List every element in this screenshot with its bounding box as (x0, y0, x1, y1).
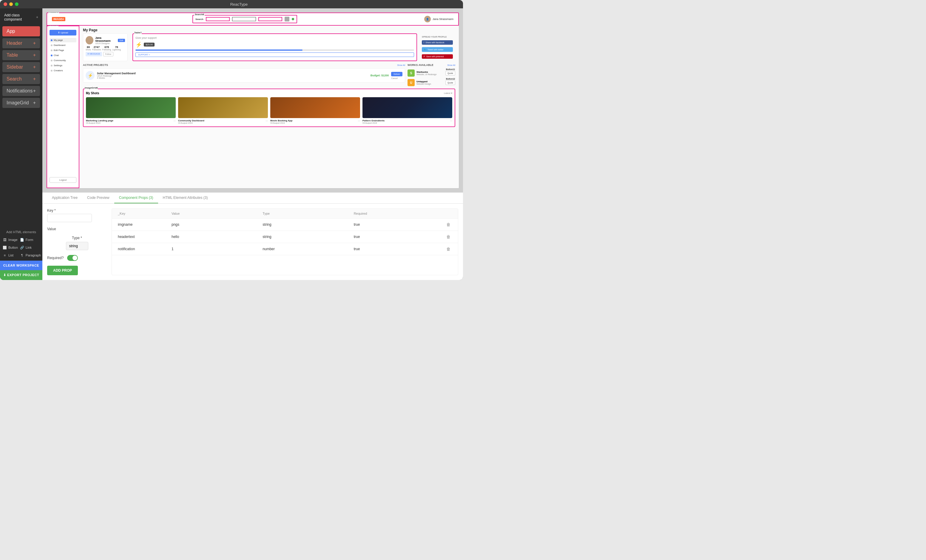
projects-show-all[interactable]: Show All (397, 64, 405, 66)
search-input-dark[interactable] (232, 17, 256, 21)
export-project-button[interactable]: ⬇ EXPORT PROJECT (0, 270, 42, 280)
deliver-button[interactable]: Deliver (391, 72, 402, 76)
sidebar-component-label: Sidebar5 (48, 26, 59, 27)
table-row: imgname pngs string true 🗑 (112, 219, 458, 231)
required-toggle[interactable] (67, 255, 78, 261)
header-actions (442, 209, 454, 218)
close-button[interactable] (4, 2, 7, 6)
add-sidebar-button[interactable]: + (33, 64, 36, 70)
tab-code-preview[interactable]: Code Preview (82, 193, 114, 203)
component-item-header[interactable]: Header + (2, 38, 40, 48)
cell-key-3: notification (115, 243, 169, 255)
twitter-button[interactable]: 🐦 Tweet with twitter (422, 47, 453, 52)
shots-sort[interactable]: Latest ▾ (444, 92, 452, 95)
nav-dot-icon (51, 70, 53, 72)
component-item-app[interactable]: App (2, 26, 40, 36)
shot-menu-2[interactable]: ··· (265, 119, 268, 124)
pinterest-button[interactable]: P Save with pinterest (422, 54, 453, 59)
main-layout: Add class component + App Header + Table… (0, 8, 463, 280)
sidebar-header-title: Add class component (4, 13, 36, 21)
shot-menu-1[interactable]: ··· (173, 119, 176, 124)
cancel-button[interactable]: Cancel (391, 77, 402, 79)
profile-details: Jana Strassmann UI/UX Designer (95, 36, 116, 44)
nav-dot-icon (51, 54, 53, 56)
minimize-button[interactable] (9, 2, 13, 6)
nav-item-editpage[interactable]: Edit Page (50, 48, 76, 53)
add-imagegrid-button[interactable]: + (33, 100, 36, 106)
support-button[interactable]: SUPPORT > (135, 53, 414, 57)
component-item-search[interactable]: Search + (2, 74, 40, 84)
search-input-pink2[interactable] (258, 17, 282, 21)
nav-item-settings[interactable]: Settings (50, 63, 76, 68)
paragraph-icon: ¶ (20, 253, 24, 258)
add-header-button[interactable]: + (33, 41, 36, 46)
maximize-button[interactable] (15, 2, 18, 6)
tab-application-tree[interactable]: Application Tree (47, 193, 82, 203)
follow-button[interactable]: Follow (103, 52, 113, 56)
nav-item-creators[interactable]: Creators (50, 68, 76, 73)
works-title: WORKS AVAILABLE (407, 63, 433, 66)
cell-value-2: hello (169, 231, 260, 242)
search-input-pink[interactable] (206, 17, 230, 21)
add-notifications-button[interactable]: + (33, 88, 36, 94)
html-element-form[interactable]: 📄 Form (20, 237, 41, 243)
delete-row-1[interactable]: 🗑 (442, 219, 454, 231)
html-element-list[interactable]: ≡ List (2, 252, 18, 258)
nav-label-settings: Settings (54, 64, 62, 67)
html-element-button[interactable]: ⬜ Button (2, 245, 18, 251)
component-item-notifications[interactable]: Notifications + (2, 86, 40, 96)
nav-item-mypage[interactable]: My page (50, 38, 76, 42)
key-input[interactable] (47, 214, 92, 222)
form-icon: 📄 (20, 237, 24, 242)
works-section: WORKS AVAILABLE Show All S Starbucks (407, 63, 455, 88)
upload-button[interactable]: ⬆ Upload (50, 30, 76, 35)
shot-menu-3[interactable]: ··· (358, 119, 360, 124)
message-button[interactable]: ✉ MESSAGE (86, 52, 102, 56)
edit-profile-button[interactable]: Edit (118, 39, 125, 42)
clear-workspace-button[interactable]: CLEAR WORKSPACE (0, 261, 42, 270)
component-item-sidebar[interactable]: Sidebar + (2, 62, 40, 72)
works-show-all[interactable]: Show All (447, 64, 455, 66)
type-dropdown[interactable]: string number boolean (66, 242, 88, 250)
projects-header: ACTIVE PROJECTS Show All (83, 63, 405, 66)
component-item-imagegrid[interactable]: ImageGrid + (2, 98, 40, 108)
nav-item-dashboard[interactable]: Dashboard (50, 43, 76, 47)
table-support-title: Give your support (135, 36, 414, 39)
add-table-button[interactable]: + (33, 53, 36, 58)
quote-button-starbucks[interactable]: Quote (445, 71, 455, 75)
preview-search-section: Search8 Search (192, 15, 297, 23)
bottom-action-buttons: CLEAR WORKSPACE ⬇ EXPORT PROJECT (0, 261, 42, 280)
image-icon: 🖼 (2, 237, 7, 242)
tab-html-attributes[interactable]: HTML Element Attributes (3) (158, 193, 213, 203)
html-element-link[interactable]: 🔗 Link (20, 245, 41, 251)
delete-row-2[interactable]: 🗑 (442, 231, 454, 243)
html-element-list-label: List (8, 254, 14, 257)
shot-name-3: Movie Booking App (270, 119, 292, 122)
user-name: Jana Strassmann (433, 18, 454, 21)
add-prop-button[interactable]: ADD PROP (47, 266, 78, 275)
nav-item-community[interactable]: Community (50, 58, 76, 63)
shot-thumb-2 (178, 97, 268, 118)
quote-button-untapped[interactable]: Quote (445, 80, 455, 85)
shot-item-2: Community Dashboard 03 August 2019 ··· (178, 97, 268, 124)
preview-body: Sidebar5 ⬆ Upload My page (47, 26, 459, 188)
add-component-button[interactable]: + (36, 15, 38, 20)
html-element-paragraph[interactable]: ¶ Paragraph (20, 252, 41, 258)
nav-item-chat[interactable]: Chat (50, 53, 76, 57)
title-bar: ReacType (0, 0, 463, 8)
cell-type-1: string (260, 219, 351, 230)
logout-button[interactable]: Logout (50, 177, 76, 183)
support-slider[interactable] (135, 50, 414, 51)
shot-menu-4[interactable]: ··· (450, 119, 452, 124)
facebook-button[interactable]: f Share with facebook (422, 40, 453, 45)
html-element-image[interactable]: 🖼 Image (2, 237, 18, 243)
bottom-tabs: Application Tree Code Preview Component … (42, 193, 463, 204)
component-item-table[interactable]: Table + (2, 50, 40, 60)
delete-row-3[interactable]: 🗑 (442, 243, 454, 255)
html-element-form-label: Form (26, 238, 33, 242)
search-text: Search (195, 18, 203, 21)
search-component-label: Search8 (194, 13, 205, 16)
tab-component-props[interactable]: Component Props (3) (114, 193, 158, 203)
profile-section: Jana Strassmann UI/UX Designer Edit (79, 33, 459, 63)
add-search-button[interactable]: + (33, 76, 36, 82)
